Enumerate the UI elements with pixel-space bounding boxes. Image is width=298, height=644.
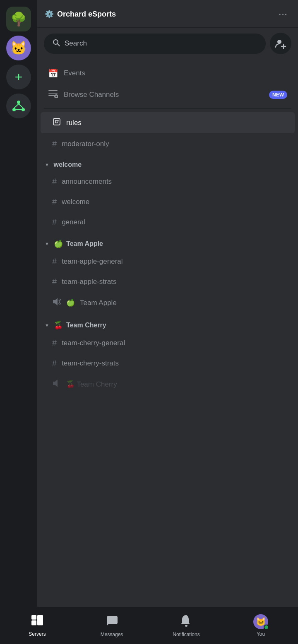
add-server-button[interactable]: + [6,65,31,89]
channel-item-team-apple-general[interactable]: # team-apple-general [41,252,295,271]
hash-icon-moderator: # [52,139,57,149]
hash-icon-team-cherry-strats: # [52,358,57,368]
category-team-apple[interactable]: ▼ 🍏 Team Apple [37,233,298,251]
channel-item-welcome[interactable]: # welcome [41,192,295,211]
server-settings-icon: ⚙️ [45,10,54,19]
hash-icon-general: # [52,217,57,227]
new-badge: NEW [269,91,287,99]
general-label: general [62,218,85,226]
add-member-button[interactable] [270,33,291,54]
svg-rect-21 [31,620,36,625]
search-icon [52,38,60,49]
nav-you-label: You [257,631,265,637]
team-apple-voice-label: Team Apple [80,299,117,307]
svg-point-8 [277,40,281,44]
channel-item-team-cherry-general[interactable]: # team-cherry-general [41,333,295,353]
nav-notifications-label: Notifications [173,632,199,637]
events-icon: 📅 [48,68,58,78]
search-box[interactable]: Search [44,34,266,54]
announcements-label: announcements [62,178,112,186]
svg-line-4 [19,104,23,108]
server-title[interactable]: ⚙️ Orchard eSports [45,10,116,19]
voice-channel-team-apple[interactable]: 🍏 Team Apple [41,292,295,313]
channel-item-team-cherry-more[interactable]: 🍒 Team Cherry [41,374,295,395]
bottom-spacer [37,396,298,437]
svg-line-18 [55,120,56,123]
server-icon-orchard[interactable]: 🌳 [6,7,31,31]
menu-item-browse-channels[interactable]: Browse Channels NEW [41,84,295,105]
channel-item-team-apple-strats[interactable]: # team-apple-strats [41,272,295,291]
servers-icon [31,615,43,629]
voice-icon-team-apple [52,297,61,308]
browse-channels-icon [48,89,58,100]
chevron-down-icon-apple: ▼ [45,241,50,246]
category-welcome[interactable]: ▼ welcome [37,154,298,171]
svg-marker-20 [53,380,58,387]
welcome-channel-label: welcome [62,198,89,206]
messages-icon [106,614,118,630]
channel-item-announcements[interactable]: # announcements [41,172,295,191]
events-label: Events [64,69,85,77]
more-options-button[interactable]: ··· [276,7,291,22]
team-apple-emoji: 🍏 [54,239,63,248]
svg-line-3 [14,104,19,108]
nav-item-messages[interactable]: Messages [74,610,149,642]
hash-icon-team-apple-general: # [52,257,57,266]
search-placeholder: Search [65,39,87,48]
browse-channels-label: Browse Channels [64,91,119,99]
nav-item-you[interactable]: 🐱 You [223,610,298,641]
svg-marker-19 [53,298,58,305]
team-apple-general-label: team-apple-general [62,257,123,266]
rules-channel-label: rules [66,119,82,127]
server-icon-network[interactable] [6,94,31,118]
search-row: Search [37,28,298,59]
team-cherry-general-label: team-cherry-general [62,339,125,347]
category-team-apple-label: Team Apple [66,240,103,248]
channel-list: 📅 Events Browse Channels NEW [37,59,298,644]
channel-item-moderator-only[interactable]: # moderator-only [41,134,295,154]
online-status-dot [264,625,269,630]
bottom-nav: Servers Messages Notifications 🐱 You [0,607,298,644]
svg-point-24 [185,625,187,627]
nav-servers-label: Servers [29,631,46,637]
moderator-only-label: moderator-only [62,140,109,148]
nav-item-servers[interactable]: Servers [0,610,74,641]
rules-icon [52,117,61,128]
server-sidebar: 🌳 🐱 + [0,0,37,644]
channel-item-rules[interactable]: rules [41,112,295,133]
channel-item-general[interactable]: # general [41,212,295,232]
voice-icon-cherry-more [52,379,61,390]
team-cherry-voice-partial: 🍒 Team Cherry [66,380,117,389]
server-name-label: Orchard eSports [57,10,116,19]
team-apple-strats-label: team-apple-strats [62,278,116,286]
hash-icon-team-apple-strats: # [52,277,57,286]
hash-icon-announcements: # [52,177,57,186]
channel-item-team-cherry-strats[interactable]: # team-cherry-strats [41,353,295,373]
category-team-cherry-label: Team Cherry [66,322,106,329]
nav-messages-label: Messages [101,632,123,637]
panel-header: ⚙️ Orchard eSports ··· [37,0,298,28]
team-cherry-emoji: 🍒 [54,321,63,330]
separator-1 [44,108,291,109]
menu-item-events[interactable]: 📅 Events [41,63,295,83]
category-welcome-label: welcome [54,161,82,168]
hash-icon-welcome: # [52,197,57,207]
chevron-down-icon-cherry: ▼ [45,323,50,328]
svg-rect-17 [53,118,60,125]
svg-rect-22 [31,615,36,620]
chevron-down-icon: ▼ [45,162,50,167]
user-avatar: 🐱 [253,614,268,629]
notifications-icon [180,614,192,630]
hash-icon-team-cherry-general: # [52,338,57,348]
channel-panel: ⚙️ Orchard eSports ··· Search [37,0,298,644]
team-apple-voice-emoji: 🍏 [66,298,75,307]
svg-rect-23 [37,615,43,625]
svg-point-0 [17,101,20,104]
nav-item-notifications[interactable]: Notifications [149,610,223,642]
server-icon-cat[interactable]: 🐱 [6,36,31,60]
category-team-cherry[interactable]: ▼ 🍒 Team Cherry [37,314,298,332]
team-cherry-strats-label: team-cherry-strats [62,359,119,368]
svg-line-7 [58,44,60,46]
